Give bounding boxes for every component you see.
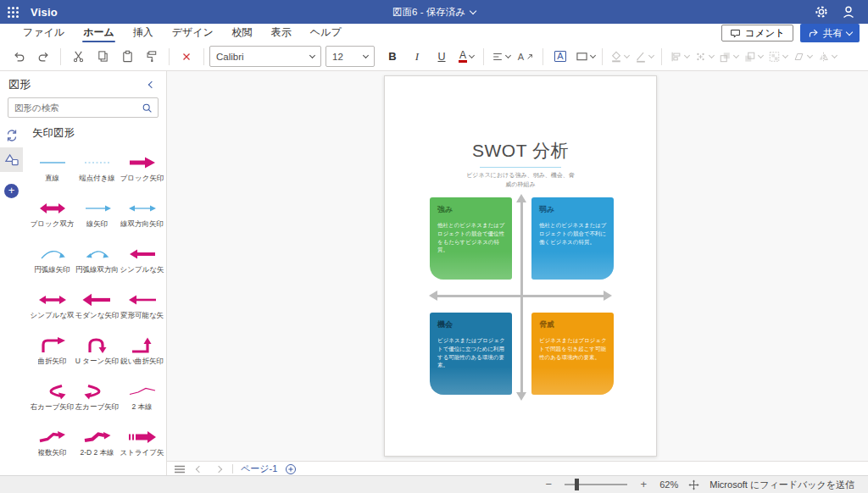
zoom-slider-handle[interactable] [575, 479, 579, 490]
font-family-select[interactable]: Calibri [209, 46, 321, 67]
swot-weaknesses-box[interactable]: 弱み 他社とのビジネスまたはプロジェクトの競合で不利に働くビジネスの特質。 [531, 197, 614, 280]
zoom-out-button[interactable]: − [542, 479, 554, 490]
stencil-shape[interactable]: ストライプ矢 [120, 417, 164, 463]
previous-page-icon[interactable] [193, 463, 205, 475]
swot-opportunities-box[interactable]: 機会 ビジネスまたはプロジェクトで優位に立つために利用する可能性のある環境の要素… [430, 313, 512, 395]
quadrant-title: 脅威 [539, 319, 607, 330]
comment-button[interactable]: コメント [721, 25, 793, 42]
page-list-menu-icon[interactable] [174, 463, 186, 475]
shape-label: U ターン矢印 [75, 357, 119, 367]
stencil-shape[interactable]: 円弧線矢印 [30, 234, 75, 280]
zoom-in-button[interactable]: + [637, 479, 649, 490]
swot-strengths-box[interactable]: 強み 他社とのビジネスまたはプロジェクトの競合で優位性をもたらすビジネスの特質。 [430, 197, 512, 280]
change-shapes-icon[interactable] [0, 123, 23, 147]
stencil-shape[interactable]: U ターン矢印 [75, 325, 120, 371]
fill-color-button[interactable] [608, 46, 632, 68]
stencil-shape[interactable]: 線矢印 [75, 188, 120, 234]
shape-label: 複数矢印 [38, 448, 67, 458]
group-button[interactable] [765, 46, 789, 68]
italic-button[interactable]: I [405, 46, 429, 68]
delete-button[interactable] [175, 46, 198, 68]
stencil-shape[interactable]: 2 本線 [120, 371, 164, 417]
stencil-shape[interactable]: モダンな矢印 [75, 280, 120, 325]
shape-glyph-icon [81, 246, 114, 263]
document-title[interactable]: 図面6 - 保存済み [392, 0, 476, 24]
stencil-shape[interactable] [120, 463, 164, 476]
menu-tab[interactable]: デザイン [163, 24, 223, 42]
stencil-shape[interactable]: シンプルな矢 [120, 234, 164, 280]
copy-button[interactable] [91, 46, 114, 68]
add-page-icon[interactable] [285, 463, 297, 475]
paste-button[interactable] [115, 46, 139, 68]
app-launcher-icon[interactable] [0, 0, 25, 24]
account-person-icon[interactable] [841, 4, 856, 19]
stencil-shape[interactable]: ブロック矢印 [120, 142, 164, 188]
grow-font-button[interactable]: A [514, 46, 537, 68]
collapse-panel-icon[interactable] [146, 79, 158, 91]
drawing-page[interactable]: SWOT 分析 ビジネスにおける強み、弱み、機会、脅威の枠組み 強み 他社とのビ… [384, 75, 657, 457]
shape-glyph-icon [125, 291, 159, 308]
flip-button[interactable] [815, 46, 838, 68]
stencil-shape[interactable]: シンプルな双 [30, 280, 75, 325]
redo-button[interactable] [31, 46, 55, 68]
shape-search-input[interactable] [8, 102, 136, 113]
swot-threats-box[interactable]: 脅威 ビジネスまたはプロジェクトで問題を引き起こす可能性のある環境内の要素。 [531, 313, 614, 395]
stencil-shape[interactable]: 線双方向矢印 [120, 188, 164, 234]
stencil-shape[interactable]: 鋭い曲折矢印 [120, 325, 164, 371]
stencil-shape[interactable]: 変形可能な矢 [120, 280, 164, 325]
vertical-axis-arrow[interactable] [520, 202, 523, 393]
add-stencil-button[interactable]: + [4, 184, 19, 198]
stencil-shape[interactable]: 左カーブ矢印 [75, 371, 120, 417]
bold-button[interactable]: B [381, 46, 404, 68]
swot-title[interactable]: SWOT 分析 [385, 139, 656, 163]
next-page-icon[interactable] [213, 463, 225, 475]
stencil-shape[interactable]: 端点付き線 [75, 142, 120, 188]
stencil-shape[interactable]: 円弧線双方向 [75, 234, 120, 280]
stencil-shape[interactable] [30, 463, 75, 476]
align-shapes-button[interactable] [667, 46, 691, 68]
format-painter-button[interactable] [140, 46, 164, 68]
fit-to-window-icon[interactable] [688, 479, 699, 490]
menu-tab[interactable]: 表示 [262, 24, 301, 42]
swot-subtitle[interactable]: ビジネスにおける強み、弱み、機会、脅威の枠組み [465, 171, 576, 189]
menu-tab[interactable]: ホーム [74, 24, 124, 42]
stencil-shape[interactable] [75, 463, 120, 476]
shape-label: モダンな矢印 [75, 311, 120, 321]
menu-tab[interactable]: ヘルプ [301, 24, 351, 42]
shape-glyph-icon [36, 291, 70, 308]
search-icon[interactable] [136, 98, 158, 117]
settings-gear-icon[interactable] [814, 4, 829, 19]
shape-label: ブロック矢印 [120, 174, 164, 184]
drawing-canvas[interactable]: SWOT 分析 ビジネスにおける強み、弱み、機会、脅威の枠組み 強み 他社とのビ… [167, 71, 868, 476]
share-button[interactable]: 共有 [800, 24, 860, 42]
undo-button[interactable] [7, 46, 31, 68]
font-size-select[interactable]: 12 [326, 46, 375, 67]
page-tab[interactable]: ページ-1 [241, 463, 277, 475]
shape-label: 変形可能な矢 [120, 311, 164, 321]
stencil-shape[interactable]: 直線 [30, 142, 75, 188]
menu-tab[interactable]: ファイル [14, 24, 74, 42]
stencil-shape[interactable]: 2-D 2 本線 [75, 417, 120, 463]
zoom-slider[interactable] [565, 484, 627, 485]
text-box-button[interactable]: A [548, 46, 572, 68]
bring-forward-button[interactable] [716, 46, 740, 68]
stencil-shape[interactable]: ブロック双方 [30, 188, 75, 234]
menu-tab[interactable]: 挿入 [124, 24, 163, 42]
stencil-shape[interactable]: 曲折矢印 [30, 325, 75, 371]
line-color-button[interactable] [632, 46, 656, 68]
chevron-down-icon [683, 53, 689, 58]
stencil-shape[interactable]: 複数矢印 [30, 417, 75, 463]
text-align-button[interactable] [489, 46, 513, 68]
shapes-tab-icon[interactable] [0, 147, 23, 172]
feedback-link[interactable]: Microsoft にフィードバックを送信 [709, 479, 854, 491]
underline-button[interactable]: U [430, 46, 453, 68]
send-backward-button[interactable] [741, 46, 765, 68]
menu-tab[interactable]: 校閲 [223, 24, 262, 42]
cut-button[interactable] [66, 46, 90, 68]
rotate-button[interactable] [790, 46, 814, 68]
horizontal-axis-arrow[interactable] [437, 295, 604, 297]
stencil-shape[interactable]: 右カーブ矢印 [30, 371, 75, 417]
font-color-button[interactable]: A [454, 46, 478, 68]
shape-style-button[interactable] [573, 46, 597, 68]
position-button[interactable] [692, 46, 715, 68]
